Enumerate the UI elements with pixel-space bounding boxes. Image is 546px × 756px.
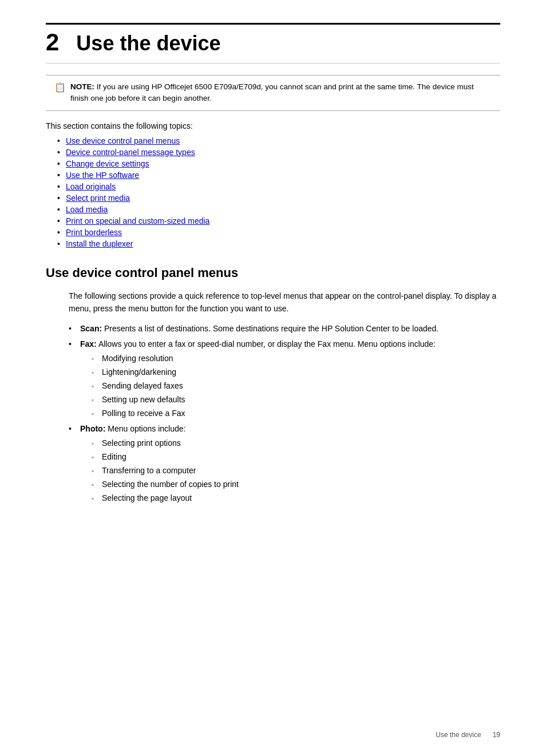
- footer-page-number: 19: [493, 731, 500, 739]
- list-item: Lightening/darkening: [92, 366, 500, 378]
- list-item: Editing: [92, 451, 500, 463]
- list-item: Use the HP software: [57, 171, 500, 180]
- chapter-title: Use the device: [76, 33, 220, 54]
- list-item: Polling to receive a Fax: [92, 407, 500, 419]
- list-item: Fax: Allows you to enter a fax or speed-…: [69, 338, 500, 419]
- list-item: Selecting the number of copies to print: [92, 478, 500, 490]
- list-item: Sending delayed faxes: [92, 380, 500, 392]
- list-item: Change device settings: [57, 159, 500, 168]
- scan-label: Scan:: [80, 324, 102, 333]
- fax-item-1: Modifying resolution: [102, 354, 173, 363]
- photo-item-1: Selecting print options: [102, 438, 181, 448]
- fax-item-5: Polling to receive a Fax: [102, 409, 185, 418]
- section1-description: The following sections provide a quick r…: [46, 290, 500, 315]
- topic-link-3[interactable]: Change device settings: [66, 159, 149, 168]
- topic-link-10[interactable]: Install the duplexer: [66, 239, 133, 248]
- list-item: Selecting print options: [92, 437, 500, 449]
- photo-item-4: Selecting the number of copies to print: [102, 480, 239, 489]
- fax-item-3: Sending delayed faxes: [102, 381, 183, 390]
- note-content: NOTE: If you are using HP Officejet 6500…: [70, 81, 492, 105]
- fax-item-4: Setting up new defaults: [102, 395, 185, 404]
- footer: Use the device 19: [436, 731, 500, 739]
- scan-text: Presents a list of destinations. Some de…: [104, 324, 438, 333]
- photo-text: Menu options include:: [108, 424, 185, 433]
- note-label: NOTE:: [70, 82, 94, 91]
- chapter-number: 2: [46, 30, 59, 54]
- list-item: Print on special and custom-sized media: [57, 216, 500, 225]
- topic-link-8[interactable]: Print on special and custom-sized media: [66, 216, 209, 225]
- list-item: Install the duplexer: [57, 239, 500, 248]
- section-intro: This section contains the following topi…: [46, 121, 500, 130]
- fax-text: Allows you to enter a fax or speed-dial …: [98, 339, 436, 349]
- section1-heading: Use device control panel menus: [46, 266, 500, 282]
- topic-link-5[interactable]: Load originals: [66, 182, 116, 191]
- list-item: Use device control panel menus: [57, 136, 500, 145]
- chapter-header: 2 Use the device: [46, 23, 500, 64]
- note-icon: 📋: [54, 82, 66, 93]
- footer-section-label: Use the device: [436, 731, 481, 739]
- section1-content-list: Scan: Presents a list of destinations. S…: [46, 323, 500, 504]
- photo-item-2: Editing: [102, 452, 126, 461]
- list-item: Transferring to a computer: [92, 465, 500, 477]
- photo-item-5: Selecting the page layout: [102, 493, 192, 502]
- topic-link-6[interactable]: Select print media: [66, 193, 130, 203]
- topic-link-2[interactable]: Device control-panel message types: [66, 148, 195, 157]
- list-item: Load originals: [57, 182, 500, 191]
- fax-item-2: Lightening/darkening: [102, 367, 176, 377]
- list-item: Scan: Presents a list of destinations. S…: [69, 323, 500, 335]
- list-item: Load media: [57, 205, 500, 214]
- note-box: 📋 NOTE: If you are using HP Officejet 65…: [46, 75, 500, 111]
- list-item: Selecting the page layout: [92, 492, 500, 504]
- list-item: Select print media: [57, 193, 500, 203]
- note-text: If you are using HP Officejet 6500 E709a…: [70, 82, 474, 102]
- topic-link-7[interactable]: Load media: [66, 205, 108, 214]
- photo-item-3: Transferring to a computer: [102, 466, 196, 475]
- topic-list: Use device control panel menus Device co…: [46, 136, 500, 248]
- fax-label: Fax:: [80, 339, 97, 349]
- list-item: Device control-panel message types: [57, 148, 500, 157]
- topic-link-1[interactable]: Use device control panel menus: [66, 136, 180, 145]
- photo-sublist: Selecting print options Editing Transfer…: [80, 437, 500, 504]
- fax-sublist: Modifying resolution Lightening/darkenin…: [80, 353, 500, 419]
- list-item: Setting up new defaults: [92, 394, 500, 406]
- list-item: Photo: Menu options include: Selecting p…: [69, 423, 500, 504]
- list-item: Print borderless: [57, 228, 500, 237]
- topic-link-4[interactable]: Use the HP software: [66, 171, 139, 180]
- topic-link-9[interactable]: Print borderless: [66, 228, 122, 237]
- photo-label: Photo:: [80, 424, 105, 433]
- list-item: Modifying resolution: [92, 353, 500, 365]
